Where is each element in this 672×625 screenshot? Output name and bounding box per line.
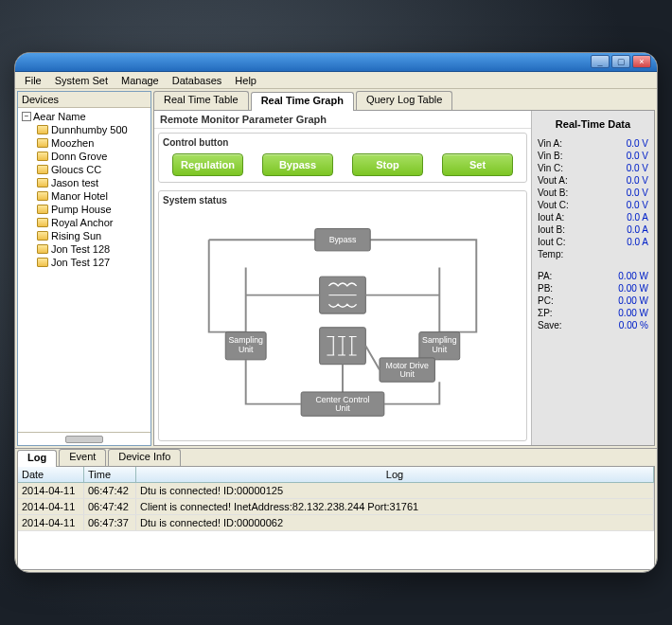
rt-row: Vout B:0.0 V	[536, 187, 650, 199]
rt-value: 0.0 V	[627, 138, 648, 149]
devices-sidebar: Devices − Aear Name Dunnhumby 500Moozhen…	[17, 91, 151, 446]
folder-icon	[37, 244, 48, 254]
tree-item[interactable]: Moozhen	[37, 136, 149, 150]
tree-item[interactable]: Dunnhumby 500	[37, 123, 149, 136]
tree-item-label: Donn Grove	[51, 151, 107, 162]
log-header-date[interactable]: Date	[18, 467, 84, 482]
svg-text:Sampling: Sampling	[228, 335, 263, 345]
tree-root-label: Aear Name	[33, 111, 86, 122]
set-button[interactable]: Set	[442, 153, 513, 176]
tree-item-label: Jon Test 128	[51, 243, 110, 255]
tree-item-label: Jason test	[51, 177, 98, 188]
log-header-time[interactable]: Time	[84, 467, 136, 482]
tab-real-time-table[interactable]: Real Time Table	[153, 91, 249, 110]
rt-value: 0.0 V	[627, 175, 648, 186]
rt-key: Temp:	[538, 249, 563, 259]
tree-item[interactable]: Royal Anchor	[37, 216, 149, 229]
tree-item[interactable]: Jason test	[37, 176, 149, 189]
log-header-log[interactable]: Log	[136, 467, 654, 482]
folder-icon	[37, 191, 48, 201]
svg-text:Center Control: Center Control	[316, 395, 370, 404]
menu-databases[interactable]: Databases	[167, 75, 228, 86]
tree-item-label: Royal Anchor	[51, 217, 113, 228]
tab-real-time-graph[interactable]: Real Time Graph	[251, 92, 354, 111]
tree-item-label: Dunnhumby 500	[51, 124, 128, 135]
menu-help[interactable]: Help	[229, 75, 262, 86]
tree-item[interactable]: Manor Hotel	[37, 189, 149, 203]
regulation-button[interactable]: Regulation	[172, 153, 243, 176]
collapse-icon[interactable]: −	[22, 112, 31, 121]
tree-item[interactable]: Rising Sun	[37, 229, 149, 242]
tree-item[interactable]: Gloucs CC	[37, 163, 149, 176]
device-tree[interactable]: − Aear Name Dunnhumby 500MoozhenDonn Gro…	[18, 108, 150, 432]
rt-key: PA:	[538, 271, 552, 281]
rt-value: 0.00 W	[618, 271, 648, 281]
folder-icon	[37, 152, 48, 161]
rt-key: Iout B:	[538, 224, 565, 235]
log-row[interactable]: 2014-04-1106:47:42Client is connected! I…	[18, 499, 654, 515]
log-row[interactable]: 2014-04-1106:47:37Dtu is connected! ID:0…	[18, 515, 654, 531]
tree-item[interactable]: Pump House	[37, 203, 149, 216]
rt-row: Save:0.00 %	[536, 319, 650, 331]
rt-row: ΣP:0.00 W	[536, 307, 650, 319]
tree-item[interactable]: Jon Test 127	[37, 256, 149, 269]
rt-row: PC:0.00 W	[536, 295, 650, 307]
tree-item-label: Rising Sun	[51, 230, 101, 241]
scroll-thumb[interactable]	[65, 436, 103, 443]
tab-device-info[interactable]: Device Info	[108, 449, 181, 466]
log-row[interactable]: 2014-04-1106:47:42Dtu is connected! ID:0…	[18, 483, 654, 499]
tree-item-label: Manor Hotel	[51, 190, 108, 202]
folder-icon	[37, 205, 48, 214]
menu-system-set[interactable]: System Set	[49, 75, 114, 86]
log-cell-date: 2014-04-11	[18, 515, 84, 530]
tab-event[interactable]: Event	[59, 449, 106, 466]
folder-icon	[37, 258, 48, 267]
rt-key: PC:	[538, 295, 554, 306]
rt-key: Vout A:	[538, 175, 568, 186]
tab-query-log-table[interactable]: Query Log Table	[356, 91, 453, 110]
rt-value: 0.0 V	[627, 151, 648, 161]
sidebar-title: Devices	[18, 92, 150, 108]
log-cell-date: 2014-04-11	[18, 483, 84, 498]
rt-value: 0.00 %	[619, 320, 648, 330]
maximize-button[interactable]: ▢	[611, 55, 630, 68]
log-header: Date Time Log	[18, 467, 654, 483]
rt-key: Vin C:	[538, 163, 563, 173]
tree-item-label: Gloucs CC	[51, 164, 101, 175]
svg-text:Unit: Unit	[335, 403, 350, 413]
log-cell-time: 06:47:42	[84, 483, 136, 498]
rt-row: PA:0.00 W	[536, 270, 650, 282]
log-cell-log: Client is connected! InetAddress:82.132.…	[136, 499, 654, 514]
rt-key: Vin A:	[538, 138, 562, 149]
realtime-data-panel: Real-Time Data Vin A:0.0 VVin B:0.0 VVin…	[531, 111, 654, 445]
minimize-button[interactable]: _	[591, 55, 610, 68]
tree-item-label: Pump House	[51, 204, 112, 215]
rt-key: Vout B:	[538, 188, 568, 198]
close-button[interactable]: ×	[632, 55, 651, 68]
rt-value: 0.00 W	[618, 283, 648, 294]
tree-item-label: Jon Test 127	[51, 257, 110, 268]
control-section: Control button Regulation Bypass Stop Se…	[158, 133, 527, 183]
menu-manage[interactable]: Manage	[115, 75, 165, 86]
system-diagram: Bypass Sampling Unit	[163, 209, 522, 427]
sidebar-scrollbar[interactable]	[18, 432, 150, 445]
rt-row: Vin B:0.0 V	[536, 150, 650, 162]
menu-file[interactable]: File	[19, 75, 47, 86]
tree-item[interactable]: Jon Test 128	[37, 242, 149, 256]
rt-value: 0.0 V	[627, 200, 648, 210]
log-cell-date: 2014-04-11	[18, 499, 84, 514]
bypass-button[interactable]: Bypass	[262, 153, 333, 176]
tree-item[interactable]: Donn Grove	[37, 150, 149, 163]
system-status-section: System status Bypass	[158, 190, 527, 441]
tree-root[interactable]: − Aear Name	[20, 110, 149, 123]
log-grid[interactable]: Date Time Log 2014-04-1106:47:42Dtu is c…	[17, 466, 655, 570]
rt-row: Vin A:0.0 V	[536, 137, 650, 150]
svg-text:Sampling: Sampling	[422, 335, 457, 345]
rt-key: Vin B:	[538, 151, 563, 161]
log-cell-time: 06:47:42	[84, 499, 136, 514]
tab-log[interactable]: Log	[17, 450, 57, 467]
stop-button[interactable]: Stop	[352, 153, 423, 176]
folder-icon	[37, 138, 48, 148]
app-window: _ ▢ × File System Set Manage Databases H…	[14, 52, 658, 573]
rt-key: Iout A:	[538, 212, 564, 223]
